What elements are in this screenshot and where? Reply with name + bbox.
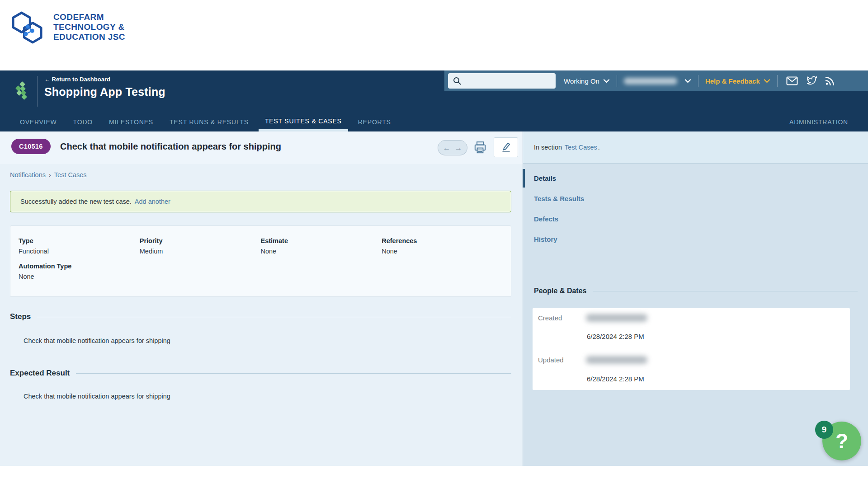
section-title: People & Dates bbox=[534, 287, 586, 295]
add-another-link[interactable]: Add another bbox=[135, 198, 170, 205]
section-title: Steps bbox=[10, 312, 31, 321]
breadcrumb-separator: › bbox=[49, 171, 51, 178]
case-title: Check that mobile notification appears f… bbox=[60, 141, 281, 152]
working-on-label: Working On bbox=[564, 77, 599, 85]
expected-result-section-heading: Expected Result bbox=[10, 369, 511, 378]
created-label: Created bbox=[538, 314, 562, 322]
search-input[interactable] bbox=[462, 73, 556, 89]
search-icon bbox=[452, 76, 462, 86]
project-navbar: Working On Help & Feedback bbox=[0, 70, 868, 131]
test-case-panel: C10516 Check that mobile notification ap… bbox=[0, 131, 523, 466]
print-button[interactable] bbox=[473, 141, 487, 157]
question-mark-icon: ? bbox=[835, 429, 848, 453]
people-dates-card: Created 6/28/2024 2:28 PM Updated 6/28/2… bbox=[533, 308, 850, 390]
next-arrow-icon[interactable]: → bbox=[455, 144, 462, 152]
section-test-cases-link[interactable]: Test Cases bbox=[565, 144, 597, 151]
active-indicator-bar bbox=[523, 169, 525, 188]
brand-header: CODEFARM TECHNOLOGY & EDUCATION JSC bbox=[0, 0, 868, 70]
hexagon-logo-icon bbox=[9, 9, 45, 45]
field-label: Type bbox=[19, 237, 140, 244]
steps-section-heading: Steps bbox=[10, 312, 511, 321]
expected-result-section-body: Check that mobile notification appears f… bbox=[24, 393, 170, 400]
user-menu-dropdown[interactable] bbox=[624, 78, 691, 84]
divider bbox=[37, 76, 38, 107]
sidebar-item-history[interactable]: History bbox=[523, 229, 868, 249]
field-label: Estimate bbox=[261, 237, 382, 244]
tab-test-runs-results[interactable]: TEST RUNS & RESULTS bbox=[170, 113, 249, 131]
field-priority: Priority Medium bbox=[140, 237, 261, 255]
sidebar-item-label: History bbox=[534, 235, 557, 243]
field-type: Type Functional bbox=[19, 237, 140, 255]
sidebar-nav: Details Tests & Results Defects History bbox=[523, 164, 868, 249]
twitter-icon[interactable] bbox=[806, 76, 817, 85]
working-on-dropdown[interactable]: Working On bbox=[564, 77, 610, 85]
pencil-icon bbox=[500, 141, 512, 154]
case-id-badge: C10516 bbox=[11, 139, 51, 154]
field-automation-type: Automation Type None bbox=[19, 263, 143, 280]
field-references: References None bbox=[382, 237, 503, 255]
created-datetime: 6/28/2024 2:28 PM bbox=[587, 333, 644, 340]
company-name: CODEFARM TECHNOLOGY & EDUCATION JSC bbox=[53, 12, 125, 42]
case-title-row: C10516 Check that mobile notification ap… bbox=[0, 131, 523, 164]
field-value: Medium bbox=[140, 248, 261, 255]
printer-icon bbox=[473, 141, 487, 155]
help-feedback-dropdown[interactable]: Help & Feedback bbox=[705, 77, 770, 85]
updated-label: Updated bbox=[538, 356, 564, 364]
top-strip: Working On Help & Feedback bbox=[444, 70, 868, 91]
divider bbox=[617, 75, 617, 87]
divider bbox=[37, 317, 511, 317]
search-box[interactable] bbox=[448, 73, 556, 89]
field-value: None bbox=[382, 248, 503, 255]
sidebar-item-label: Details bbox=[534, 174, 556, 182]
field-label: References bbox=[382, 237, 503, 244]
mail-icon[interactable] bbox=[786, 76, 798, 85]
testrail-project-icon bbox=[15, 81, 28, 102]
tab-test-suites-cases[interactable]: TEST SUITES & CASES bbox=[259, 113, 348, 131]
in-section-suffix: . bbox=[598, 144, 600, 151]
in-section-prefix: In section bbox=[534, 144, 562, 151]
tab-reports[interactable]: REPORTS bbox=[358, 113, 391, 131]
rss-icon[interactable] bbox=[825, 76, 835, 85]
sidebar-item-label: Tests & Results bbox=[534, 195, 584, 202]
field-value: Functional bbox=[19, 248, 140, 255]
tab-todo[interactable]: TODO bbox=[73, 113, 93, 131]
edit-button[interactable] bbox=[494, 137, 518, 157]
updated-by-name-redacted bbox=[586, 356, 647, 364]
breadcrumb: Notifications›Test Cases bbox=[10, 171, 87, 178]
company-logo[interactable]: CODEFARM TECHNOLOGY & EDUCATION JSC bbox=[9, 9, 125, 45]
sidebar-item-details[interactable]: Details bbox=[523, 168, 868, 188]
return-to-dashboard-link[interactable]: ← Return to Dashboard bbox=[44, 76, 110, 83]
field-estimate: Estimate None bbox=[261, 237, 382, 255]
updated-datetime: 6/28/2024 2:28 PM bbox=[587, 375, 644, 383]
people-dates-heading: People & Dates bbox=[534, 287, 858, 295]
help-feedback-label: Help & Feedback bbox=[705, 77, 760, 85]
tab-overview[interactable]: OVERVIEW bbox=[20, 113, 57, 131]
field-label: Automation Type bbox=[19, 263, 143, 270]
sidebar-item-tests-results[interactable]: Tests & Results bbox=[523, 188, 868, 209]
tab-administration[interactable]: ADMINISTRATION bbox=[789, 113, 848, 131]
breadcrumb-test-cases-link[interactable]: Test Cases bbox=[54, 171, 87, 178]
field-value: None bbox=[19, 273, 143, 280]
project-tabs: OVERVIEW TODO MILESTONES TEST RUNS & RES… bbox=[20, 113, 391, 131]
divider bbox=[698, 75, 698, 87]
case-prev-next-buttons[interactable]: ← → bbox=[438, 140, 467, 155]
chevron-down-icon bbox=[684, 78, 691, 84]
created-by-name-redacted bbox=[586, 314, 647, 322]
page-bottom-strip bbox=[0, 466, 868, 488]
breadcrumb-notifications-link[interactable]: Notifications bbox=[10, 171, 46, 178]
divider bbox=[777, 75, 778, 87]
prev-arrow-icon[interactable]: ← bbox=[443, 144, 451, 152]
case-fields-card: Type Functional Priority Medium Estimate… bbox=[10, 225, 511, 297]
tab-milestones[interactable]: MILESTONES bbox=[109, 113, 153, 131]
help-notification-badge: 9 bbox=[815, 421, 833, 439]
testrail-page: CODEFARM TECHNOLOGY & EDUCATION JSC Work… bbox=[0, 0, 868, 488]
project-title: Shopping App Testing bbox=[44, 85, 165, 99]
success-message: Successfully added the new test case. bbox=[20, 198, 132, 205]
field-value: None bbox=[261, 248, 382, 255]
in-section-row: In section Test Cases . bbox=[523, 131, 868, 164]
chevron-down-icon bbox=[603, 78, 610, 84]
sidebar-item-defects[interactable]: Defects bbox=[523, 209, 868, 229]
divider bbox=[593, 291, 858, 291]
user-name-redacted bbox=[624, 78, 677, 84]
social-icons bbox=[786, 76, 835, 85]
